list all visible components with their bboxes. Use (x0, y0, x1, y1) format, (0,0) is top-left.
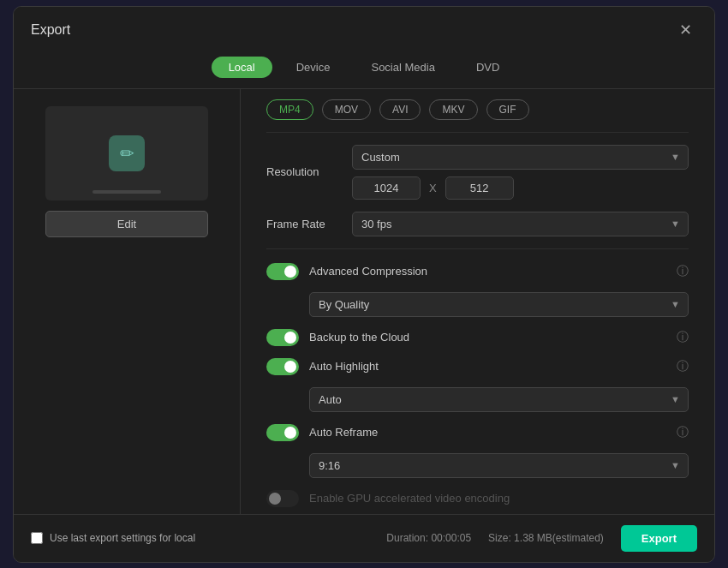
dialog-header: Export ✕ (14, 7, 714, 50)
auto-highlight-slider (266, 358, 299, 375)
advanced-compression-info-icon[interactable]: ⓘ (677, 264, 689, 279)
compression-quality-select[interactable]: By Quality By Bitrate (309, 292, 689, 317)
close-button[interactable]: ✕ (674, 19, 697, 41)
backup-cloud-toggle[interactable] (266, 329, 299, 346)
advanced-compression-row: Advanced Compression ⓘ (266, 263, 689, 280)
resolution-height-input[interactable] (445, 176, 514, 200)
tab-bar: Local Device Social Media DVD (14, 50, 714, 89)
use-last-checkbox[interactable] (31, 532, 43, 544)
gpu-encoding-label: Enable GPU accelerated video encoding (309, 492, 689, 505)
auto-reframe-select[interactable]: 9:16 16:9 1:1 4:3 (309, 453, 689, 478)
resolution-controls: Custom 1080p 720p 480p ▼ X (352, 145, 689, 200)
backup-cloud-label: Backup to the Cloud (309, 331, 666, 344)
advanced-compression-slider (266, 263, 299, 280)
auto-reframe-info-icon[interactable]: ⓘ (677, 425, 689, 440)
tab-dvd[interactable]: DVD (459, 57, 516, 78)
backup-cloud-info-icon[interactable]: ⓘ (677, 330, 689, 345)
pencil-icon: ✏ (109, 135, 145, 171)
resolution-row: Resolution Custom 1080p 720p 480p ▼ (266, 145, 689, 200)
framerate-label: Frame Rate (266, 218, 352, 230)
compression-quality-wrapper: By Quality By Bitrate ▼ (309, 292, 689, 317)
settings-panel: MP4 MOV AVI MKV GIF Resolution Custom 10… (241, 89, 714, 514)
auto-reframe-row: Auto Reframe ⓘ (266, 424, 689, 441)
auto-reframe-sub: 9:16 16:9 1:1 4:3 ▼ (309, 453, 689, 478)
auto-highlight-sub: Auto Manual ▼ (309, 387, 689, 412)
footer-info: Duration: 00:00:05 Size: 1.38 MB(estimat… (386, 525, 697, 552)
resolution-width-input[interactable] (352, 176, 421, 200)
format-mkv[interactable]: MKV (429, 99, 477, 120)
dialog-title: Export (31, 22, 70, 38)
resolution-input-row: X (352, 176, 689, 200)
auto-highlight-select[interactable]: Auto Manual (309, 387, 689, 412)
resolution-label: Resolution (266, 165, 352, 178)
duration-stat: Duration: 00:00:05 (386, 532, 471, 544)
format-avi[interactable]: AVI (379, 99, 421, 120)
auto-highlight-row: Auto Highlight ⓘ (266, 358, 689, 375)
edit-button[interactable]: Edit (45, 211, 208, 237)
gpu-encoding-slider (266, 490, 299, 507)
backup-cloud-row: Backup to the Cloud ⓘ (266, 329, 689, 346)
use-last-label: Use last export settings for local (50, 532, 195, 544)
gpu-encoding-row: Enable GPU accelerated video encoding (266, 490, 689, 507)
auto-reframe-select-wrapper: 9:16 16:9 1:1 4:3 ▼ (309, 453, 689, 478)
auto-reframe-toggle[interactable] (266, 424, 299, 441)
resolution-select[interactable]: Custom 1080p 720p 480p (352, 145, 689, 170)
format-mp4[interactable]: MP4 (266, 99, 313, 120)
gpu-encoding-toggle[interactable] (266, 490, 299, 507)
compression-quality-sub: By Quality By Bitrate ▼ (309, 292, 689, 317)
advanced-compression-label: Advanced Compression (309, 265, 666, 278)
format-mov[interactable]: MOV (322, 99, 371, 120)
format-row: MP4 MOV AVI MKV GIF (266, 99, 689, 133)
preview-panel: ✏ Edit (14, 89, 241, 514)
tab-local[interactable]: Local (212, 57, 272, 78)
framerate-select[interactable]: 30 fps 24 fps 60 fps 15 fps (352, 212, 689, 236)
divider-1 (266, 248, 689, 249)
use-last-settings-row: Use last export settings for local (31, 532, 195, 544)
preview-thumbnail: ✏ (45, 106, 208, 200)
framerate-select-wrapper: 30 fps 24 fps 60 fps 15 fps ▼ (352, 212, 689, 236)
auto-highlight-label: Auto Highlight (309, 360, 666, 373)
x-label: X (429, 182, 437, 194)
auto-reframe-label: Auto Reframe (309, 426, 666, 439)
backup-cloud-slider (266, 329, 299, 346)
format-gif[interactable]: GIF (486, 99, 529, 120)
resolution-select-row: Custom 1080p 720p 480p ▼ (352, 145, 689, 170)
export-button[interactable]: Export (621, 525, 697, 552)
size-stat: Size: 1.38 MB(estimated) (488, 532, 604, 544)
timeline-bar (92, 190, 161, 194)
framerate-row: Frame Rate 30 fps 24 fps 60 fps 15 fps ▼ (266, 212, 689, 236)
tab-social-media[interactable]: Social Media (354, 57, 451, 78)
advanced-compression-toggle[interactable] (266, 263, 299, 280)
export-dialog: Export ✕ Local Device Social Media DVD ✏… (13, 6, 715, 563)
auto-reframe-slider (266, 424, 299, 441)
tab-device[interactable]: Device (279, 57, 348, 78)
auto-highlight-toggle[interactable] (266, 358, 299, 375)
auto-highlight-select-wrapper: Auto Manual ▼ (309, 387, 689, 412)
auto-highlight-info-icon[interactable]: ⓘ (677, 359, 689, 374)
resolution-select-wrapper: Custom 1080p 720p 480p ▼ (352, 145, 689, 170)
dialog-footer: Use last export settings for local Durat… (14, 514, 714, 562)
dialog-body: ✏ Edit MP4 MOV AVI MKV GIF Resolution (14, 89, 714, 514)
